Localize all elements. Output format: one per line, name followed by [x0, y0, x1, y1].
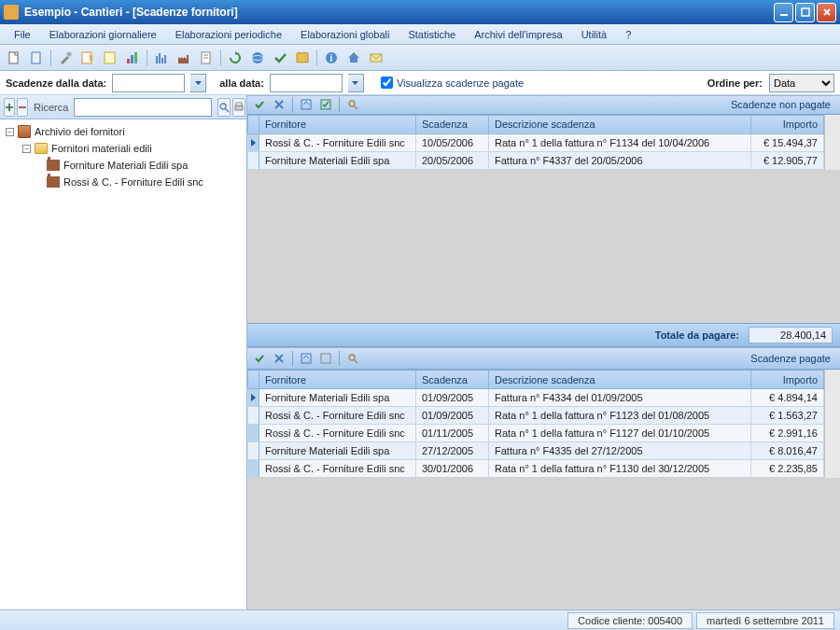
tb-doc-icon[interactable]: [196, 48, 217, 68]
table-row[interactable]: Rossi & C. - Forniture Edili snc01/09/20…: [248, 407, 824, 425]
svg-line-23: [226, 108, 230, 112]
confirm-icon[interactable]: [251, 350, 268, 367]
tb-factory-icon[interactable]: [174, 48, 194, 68]
col-fornitore[interactable]: Fornitore: [259, 371, 416, 389]
from-date-input[interactable]: [112, 74, 185, 92]
table-row[interactable]: Rossi & C. - Forniture Edili snc30/01/20…: [248, 460, 824, 478]
col-scadenza[interactable]: Scadenza: [416, 115, 489, 133]
print-button[interactable]: [232, 98, 245, 117]
menu-statistiche[interactable]: Statistiche: [399, 27, 464, 42]
tb-new-icon[interactable]: [4, 48, 24, 68]
table-row[interactable]: Rossi & C. - Forniture Edili snc10/05/20…: [248, 133, 824, 151]
menu-archivi[interactable]: Archivi dell'impresa: [466, 27, 570, 42]
tb-globe-icon[interactable]: [247, 48, 268, 68]
tree-root[interactable]: − Archivio dei fornitori: [2, 123, 245, 140]
svg-rect-8: [131, 55, 133, 63]
tb-home-icon[interactable]: [343, 48, 364, 68]
tree-item[interactable]: Forniture Materiali Edili spa: [2, 157, 245, 174]
cell-importo: € 12.905,77: [751, 151, 824, 169]
expand-icon[interactable]: −: [22, 145, 31, 153]
search-label: Ricerca: [34, 102, 68, 113]
table-row[interactable]: Rossi & C. - Forniture Edili snc01/11/20…: [248, 425, 824, 442]
col-importo[interactable]: Importo: [751, 371, 824, 389]
cell-importo: € 2.991,16: [751, 425, 824, 442]
expand-icon[interactable]: [298, 350, 315, 367]
unpaid-grid[interactable]: Fornitore Scadenza Descrizione scadenza …: [247, 115, 824, 170]
cell-desc: Rata n° 1 della fattura n° F1130 del 30/…: [489, 460, 751, 478]
table-row[interactable]: Forniture Materiali Edili spa20/05/2006F…: [248, 151, 824, 169]
tree-item[interactable]: Rossi & C. - Forniture Edili snc: [2, 174, 245, 190]
content-area: Scadenze non pagate Fornitore Scadenza D…: [247, 95, 840, 609]
select-all-icon[interactable]: [317, 96, 334, 113]
tb-note-icon[interactable]: [100, 48, 120, 68]
scrollbar[interactable]: [824, 115, 840, 170]
add-button[interactable]: [4, 98, 15, 117]
col-fornitore[interactable]: Fornitore: [259, 115, 416, 133]
paid-grid[interactable]: Fornitore Scadenza Descrizione scadenza …: [247, 370, 824, 478]
menu-elab-giornaliere[interactable]: Elaborazioni giornaliere: [41, 27, 165, 42]
svg-rect-25: [236, 103, 242, 105]
confirm-icon[interactable]: [251, 96, 268, 113]
table-row[interactable]: Forniture Materiali Edili spa01/09/2005F…: [248, 389, 824, 407]
col-desc[interactable]: Descrizione scadenza: [489, 371, 751, 389]
menu-file[interactable]: File: [6, 27, 39, 42]
tree-group[interactable]: − Fornitori materiali edili: [2, 140, 245, 157]
cancel-icon[interactable]: [271, 350, 287, 367]
tree-view[interactable]: − Archivio dei fornitori − Fornitori mat…: [0, 119, 246, 609]
cell-fornitore: Forniture Materiali Edili spa: [259, 389, 416, 407]
tb-sep: [147, 49, 147, 66]
cell-desc: Rata n° 1 della fattura n° F1127 del 01/…: [489, 425, 751, 442]
from-date-dropdown[interactable]: [190, 74, 206, 92]
tb-info-icon[interactable]: i: [321, 48, 342, 68]
sidebar-toolbar: Ricerca: [0, 95, 246, 119]
expand-icon[interactable]: −: [6, 128, 14, 136]
menu-help[interactable]: ?: [617, 27, 639, 42]
total-label: Totale da pagare:: [655, 329, 739, 341]
svg-text:i: i: [330, 53, 333, 63]
cancel-icon[interactable]: [271, 96, 287, 113]
titlebar: Esempio - Cantieri - [Scadenze fornitori…: [0, 0, 840, 24]
tb-tools-icon[interactable]: [55, 48, 76, 68]
minimize-button[interactable]: [774, 3, 793, 22]
cell-importo: € 4.894,14: [751, 389, 824, 407]
cell-fornitore: Rossi & C. - Forniture Edili snc: [259, 407, 416, 425]
cell-importo: € 2.235,85: [751, 460, 824, 478]
search-button[interactable]: [217, 98, 231, 117]
cell-fornitore: Rossi & C. - Forniture Edili snc: [259, 133, 416, 151]
search-input[interactable]: [74, 98, 212, 117]
paid-toolbar: Scadenze pagate: [247, 347, 840, 370]
col-scadenza[interactable]: Scadenza: [416, 371, 489, 389]
tb-book-icon[interactable]: [292, 48, 313, 68]
close-button[interactable]: [817, 3, 836, 22]
tb-edit-icon[interactable]: [77, 48, 98, 68]
tb-mail-icon[interactable]: [366, 48, 386, 68]
to-date-input[interactable]: [270, 74, 343, 92]
tb-open-icon[interactable]: [26, 48, 47, 68]
order-by-select[interactable]: Data: [769, 74, 834, 92]
remove-button[interactable]: [17, 98, 28, 117]
tb-check-icon[interactable]: [270, 48, 290, 68]
tb-bars-icon[interactable]: [151, 48, 172, 68]
cell-importo: € 8.016,47: [751, 442, 824, 460]
col-importo[interactable]: Importo: [751, 115, 824, 133]
maximize-button[interactable]: [795, 3, 815, 22]
deselect-icon[interactable]: [317, 350, 334, 367]
cell-scadenza: 10/05/2006: [416, 133, 489, 151]
show-paid-checkbox[interactable]: Visualizza scadenze pagate: [381, 77, 524, 89]
menu-elab-periodiche[interactable]: Elaborazioni periodiche: [167, 27, 290, 42]
find-icon[interactable]: [344, 350, 361, 367]
expand-icon[interactable]: [298, 96, 315, 113]
status-date: martedì 6 settembre 2011: [696, 612, 834, 629]
app-icon: [4, 5, 19, 20]
menu-elab-globali[interactable]: Elaborazioni globali: [292, 27, 398, 42]
scrollbar[interactable]: [824, 370, 840, 478]
find-icon[interactable]: [344, 96, 361, 113]
tb-refresh-icon[interactable]: [225, 48, 245, 68]
show-paid-checkbox-input[interactable]: [381, 77, 393, 89]
to-date-dropdown[interactable]: [348, 74, 364, 92]
cell-fornitore: Forniture Materiali Edili spa: [259, 151, 416, 169]
col-desc[interactable]: Descrizione scadenza: [489, 115, 751, 133]
menu-utilita[interactable]: Utilità: [573, 27, 616, 42]
table-row[interactable]: Forniture Materiali Edili spa27/12/2005F…: [248, 442, 824, 460]
tb-chart-icon[interactable]: [122, 48, 143, 68]
